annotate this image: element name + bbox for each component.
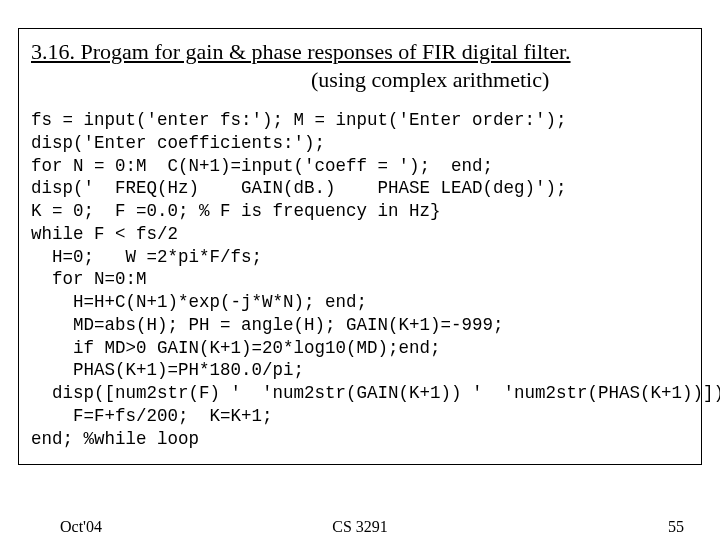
slide-content-box: 3.16. Progam for gain & phase responses … — [18, 28, 702, 465]
code-listing: fs = input('enter fs:'); M = input('Ente… — [31, 109, 689, 450]
slide-subtitle: (using complex arithmetic) — [31, 67, 689, 93]
footer-course: CS 3291 — [0, 518, 720, 536]
slide-title: 3.16. Progam for gain & phase responses … — [31, 39, 689, 65]
footer-page: 55 — [668, 518, 684, 536]
